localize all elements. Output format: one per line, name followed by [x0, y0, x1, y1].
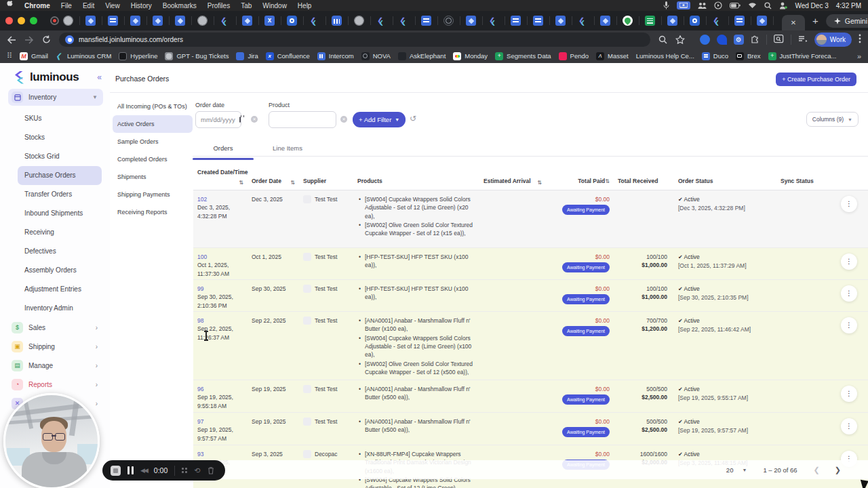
row-menu-button[interactable]: ⋮ [841, 285, 857, 302]
col-products[interactable]: Products [353, 157, 479, 190]
restart-recording-icon[interactable]: ⟲ [194, 466, 200, 475]
pause-recording-button[interactable] [127, 466, 134, 474]
sidebar-item-adjustment-entries[interactable]: Adjustment Entries [8, 280, 103, 299]
sidebar-item-stocks-grid[interactable]: Stocks Grid [8, 147, 103, 166]
table-row[interactable]: 99Sep 30, 2025,2:10:36 PM Sep 30, 2025 T… [193, 280, 868, 312]
tab-search-icon[interactable] [774, 34, 784, 46]
pinned-tab-lum-icon[interactable] [399, 16, 409, 26]
pinned-tab-lum-icon[interactable] [309, 16, 319, 26]
sort-icon[interactable]: ⇅ [239, 180, 243, 186]
clear-date-filter-icon[interactable] [251, 116, 258, 123]
table-row[interactable]: 96Sep 19, 2025,9:55:18 AM Sep 19, 2025 T… [193, 380, 868, 413]
pinned-tab-gear-icon[interactable] [63, 16, 73, 26]
close-tab-icon[interactable]: ✕ [791, 19, 796, 26]
pinned-tab-jira-icon[interactable] [555, 16, 566, 26]
reload-button[interactable] [42, 35, 51, 44]
order-id-link[interactable]: 102 [197, 196, 207, 203]
col-sync-status[interactable]: Sync Status [776, 157, 837, 190]
clear-product-filter-icon[interactable] [340, 116, 347, 123]
order-id-link[interactable]: 100 [197, 253, 207, 260]
menu-bookmarks[interactable]: Bookmarks [163, 2, 197, 9]
columns-button[interactable]: Columns (9)▼ [806, 112, 859, 127]
bookmark-gpt-bug-tickets[interactable]: GPT - Bug Tickets [165, 52, 229, 60]
table-row[interactable]: 98Sep 22, 2025,11:26:37 AM Sep 22, 2025 … [193, 312, 868, 380]
menu-chrome[interactable]: Chrome [24, 2, 50, 9]
pinned-tab-jira-icon[interactable] [667, 16, 677, 26]
prev-page-button[interactable]: ❮ [814, 466, 820, 474]
sidebar-item-inventory-admin[interactable]: Inventory Admin [8, 299, 103, 318]
bookmark-confluence[interactable]: Confluence [266, 52, 310, 60]
reading-list-icon[interactable] [798, 34, 808, 46]
sort-icon[interactable]: ⇅ [537, 180, 542, 186]
menu-profiles[interactable]: Profiles [208, 2, 230, 9]
menu-view[interactable]: View [105, 2, 120, 9]
sidebar-item-reports[interactable]: ◔Reports› [8, 375, 103, 394]
pinned-tab-conf-icon[interactable] [264, 16, 275, 26]
table-row[interactable]: 102Dec 3, 2025,4:32:28 PM Dec 3, 2025 Te… [193, 190, 868, 248]
sidebar-item-shipping[interactable]: ▣Shipping› [8, 337, 103, 356]
pinned-tab-jira-icon[interactable] [85, 16, 96, 26]
order-id-link[interactable]: 96 [197, 386, 203, 392]
col-created[interactable]: Created Date/Time⇅ [193, 157, 248, 190]
menu-history[interactable]: History [131, 2, 152, 9]
pinned-tab-doc-icon[interactable] [108, 16, 118, 26]
menu-file[interactable]: File [61, 2, 72, 9]
extension-icon-2[interactable] [717, 35, 727, 45]
screen-share-indicator[interactable] [677, 1, 690, 9]
product-input[interactable] [269, 111, 336, 128]
row-menu-button[interactable]: ⋮ [841, 386, 857, 402]
pinned-tab-lum-icon[interactable] [578, 16, 588, 26]
filter-shipping-payments[interactable]: Shipping Payments [113, 186, 193, 203]
pinned-tab-doc-icon[interactable] [734, 16, 745, 26]
order-id-link[interactable]: 98 [197, 317, 203, 324]
play-status-icon[interactable] [714, 1, 722, 9]
active-tab[interactable]: ✕ [782, 15, 805, 30]
delete-recording-icon[interactable] [208, 466, 214, 474]
pinned-tab-jira-icon[interactable] [757, 16, 767, 26]
bookmark-askelephant[interactable]: AskElephant [398, 52, 446, 60]
bookmark-nova[interactable]: NOVA [361, 52, 391, 60]
search-icon[interactable] [658, 35, 667, 44]
extension-icon-1[interactable] [700, 35, 710, 45]
people-icon[interactable] [698, 2, 707, 9]
filter-sample-orders[interactable]: Sample Orders [113, 133, 193, 150]
recording-tab-icon[interactable] [50, 16, 59, 25]
back-button[interactable] [7, 36, 16, 44]
zoom-window-button[interactable] [30, 17, 37, 24]
reset-filters-icon[interactable]: ↺ [410, 114, 416, 123]
filter-all-incoming[interactable]: All Incoming (POs & TOs) [113, 98, 193, 115]
rewind-button[interactable]: ◀◀ [140, 467, 147, 474]
pinned-tab-lum-icon[interactable] [220, 16, 230, 26]
sidebar-collapse-icon[interactable]: « [97, 73, 102, 82]
filter-receiving-reports[interactable]: Receiving Reports [113, 203, 193, 221]
bookmark-duco[interactable]: Duco [702, 52, 728, 60]
col-order-date[interactable]: Order Date⇅ [248, 157, 299, 190]
calendar-icon[interactable] [239, 117, 241, 123]
pinned-tab-doc-icon[interactable] [421, 16, 431, 26]
forward-button[interactable] [24, 36, 34, 44]
filter-shipments[interactable]: Shipments [113, 168, 193, 186]
pinned-tab-doc-icon[interactable] [511, 16, 521, 26]
menu-tab[interactable]: Tab [241, 2, 252, 9]
create-purchase-order-button[interactable]: + Create Purchase Order [776, 73, 856, 86]
sidebar-item-manage[interactable]: ▤Manage› [8, 356, 103, 375]
gemini-button[interactable]: Gemini [826, 14, 868, 28]
webcam-overlay[interactable] [3, 393, 100, 488]
bookmark-luminous-help[interactable]: Luminous Help Ce... [636, 52, 694, 60]
bookmark-luminous-crm[interactable]: Luminous CRM [56, 52, 111, 60]
menu-window[interactable]: Window [262, 2, 287, 9]
col-estimated-arrival[interactable]: Estimated Arrival⇅ [479, 157, 546, 190]
sidebar-item-defectives[interactable]: Defectives [8, 242, 103, 261]
pinned-tab-doc-icon[interactable] [533, 16, 543, 26]
pinned-tab-o-icon[interactable] [287, 16, 297, 26]
pinned-tab-jira-icon[interactable] [242, 16, 252, 26]
sidebar-item-receiving[interactable]: Receiving [8, 223, 103, 242]
pinned-tab-maps-icon[interactable] [623, 16, 633, 26]
bookmark-monday[interactable]: Monday [453, 52, 488, 60]
bookmark-pendo[interactable]: Pendo [559, 52, 589, 60]
filter-active-orders[interactable]: Active Orders [113, 115, 193, 133]
extensions-puzzle-icon[interactable] [751, 34, 760, 46]
pinned-tab-o-icon[interactable] [690, 16, 700, 26]
pinned-tab-lum-icon[interactable] [712, 16, 722, 26]
bookmark-star-icon[interactable] [675, 35, 685, 44]
